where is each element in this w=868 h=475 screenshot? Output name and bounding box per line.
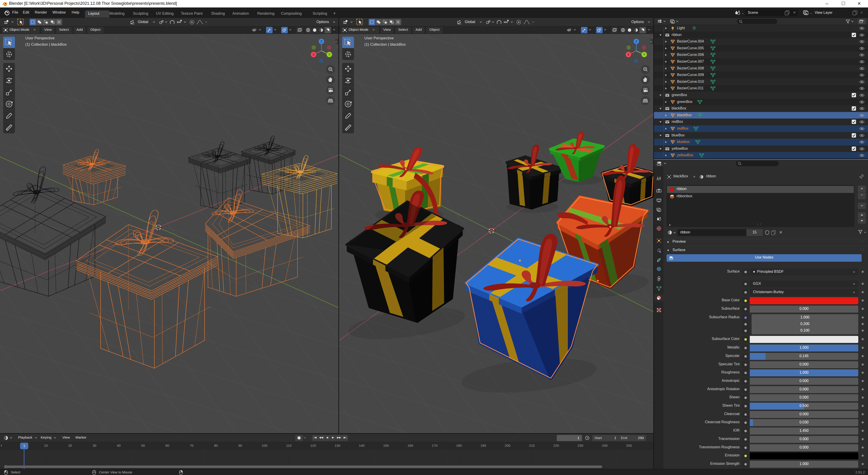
svg-text:X: X	[312, 53, 315, 56]
svg-text:Z: Z	[636, 39, 638, 43]
svg-text:X: X	[627, 53, 629, 56]
svg-text:Y: Y	[643, 53, 645, 56]
svg-text:Y: Y	[328, 53, 331, 56]
svg-text:Z: Z	[320, 39, 322, 43]
